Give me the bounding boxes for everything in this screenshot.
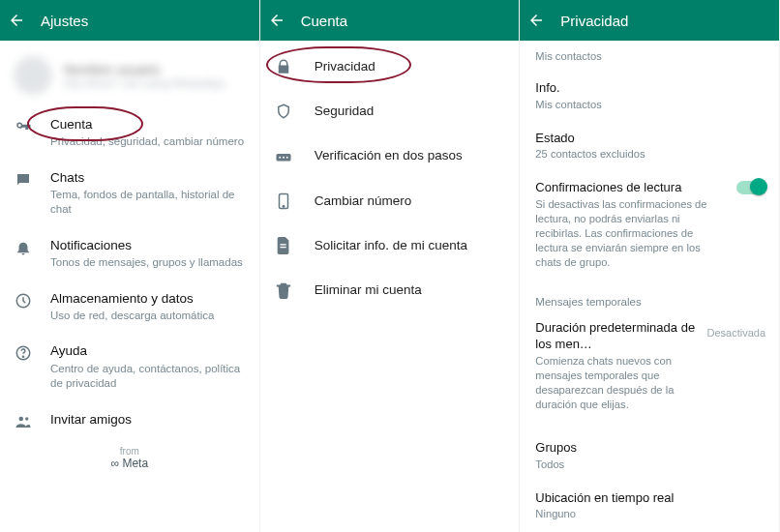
appbar-settings: Ajustes [0,0,259,41]
settings-column: Ajustes Nombre usuario Hey there! I am u… [0,0,260,532]
profile-row[interactable]: Nombre usuario Hey there! I am using Wha… [0,44,259,106]
account-item-label: Privacidad [315,58,375,75]
svg-point-7 [283,156,285,158]
shield-icon [274,103,293,120]
account-item-label: Verificación en dos pasos [315,147,463,164]
setting-sub: Privacidad, seguridad, cambiar número [50,134,246,150]
privacy-item-ephemeral[interactable]: Duración predeterminada de los men… Comi… [520,311,779,423]
settings-item-chats[interactable]: Chats Tema, fondos de pantalla, historia… [0,160,259,227]
privacy-sub: 25 contactos excluidos [535,147,764,162]
phone-icon [274,192,293,210]
lock-icon [274,58,293,75]
privacy-title: Duración predeterminada de los men… [535,319,702,353]
privacy-item-lastseen[interactable]: Mis contactos [520,44,779,72]
account-item-label: Cambiar número [315,192,412,210]
settings-item-invite[interactable]: Invitar amigos [0,401,259,440]
back-icon[interactable] [268,12,285,29]
setting-title: Ayuda [50,342,246,360]
profile-name: Nombre usuario [64,62,227,77]
footer-meta: from ∞ Meta [0,440,259,482]
account-item-request-info[interactable]: Solicitar info. de mi cuenta [260,223,520,268]
setting-title: Cuenta [50,116,246,133]
account-item-label: Eliminar mi cuenta [315,281,422,299]
bell-icon [14,237,33,256]
read-receipts-toggle[interactable] [736,181,765,194]
privacy-sub: Mis contactos [535,98,764,112]
svg-rect-11 [280,244,285,245]
settings-item-notifications[interactable]: Notificaciones Tonos de mensajes, grupos… [0,227,259,281]
svg-point-6 [279,156,281,158]
account-item-security[interactable]: Seguridad [260,89,520,133]
settings-item-storage[interactable]: Almacenamiento y datos Uso de red, desca… [0,281,259,334]
setting-title: Notificaciones [50,237,246,254]
appbar-title: Ajustes [41,13,88,29]
privacy-sub: Ninguno [535,507,764,521]
privacy-item-live-location[interactable]: Ubicación en tiempo real Ninguno [520,482,779,532]
back-icon[interactable] [527,12,545,29]
data-icon [14,290,33,310]
svg-point-8 [285,156,287,158]
account-item-delete[interactable]: Eliminar mi cuenta [260,268,520,312]
trash-icon [274,281,293,299]
appbar-title: Cuenta [301,13,347,29]
footer-from: from [0,446,259,457]
meta-logo-icon: ∞ [111,457,123,470]
svg-point-2 [22,357,23,358]
setting-sub: Centro de ayuda, contáctanos, política d… [50,362,246,392]
setting-title: Invitar amigos [50,411,246,429]
svg-point-10 [283,205,285,207]
setting-sub: Tema, fondos de pantalla, historial de c… [50,188,246,218]
back-icon[interactable] [8,12,25,29]
key-icon [14,116,33,135]
privacy-title: Estado [535,130,764,147]
account-column: Cuenta Privacidad Seguridad Verificación… [260,0,521,532]
account-item-label: Solicitar info. de mi cuenta [315,237,467,254]
privacy-item-groups[interactable]: Grupos Todos [520,431,779,482]
privacy-sub: Comienza chats nuevos con mensajes tempo… [535,354,702,412]
account-item-change-number[interactable]: Cambiar número [260,179,520,223]
privacy-sub: Si desactivas las confirmaciones de lect… [535,197,725,271]
account-item-2step[interactable]: Verificación en dos pasos [260,133,520,178]
appbar-account: Cuenta [260,0,520,41]
svg-point-3 [19,416,24,421]
section-header-ephemeral: Mensajes temporales [520,281,779,311]
privacy-column: Privacidad Mis contactos Info. Mis conta… [520,0,780,532]
privacy-sub: Todos [535,458,764,472]
help-icon [14,342,33,362]
profile-status: Hey there! I am using WhatsApp. [64,77,227,89]
account-item-privacy[interactable]: Privacidad [260,44,520,89]
privacy-sub: Mis contactos [535,49,764,64]
privacy-title: Confirmaciones de lectura [535,179,725,196]
privacy-title: Info. [535,79,764,97]
settings-item-help[interactable]: Ayuda Centro de ayuda, contáctanos, polí… [0,333,259,400]
privacy-title: Ubicación en tiempo real [535,489,764,507]
privacy-item-status[interactable]: Estado 25 contactos excluidos [520,122,779,172]
account-item-label: Seguridad [315,103,375,120]
privacy-item-info[interactable]: Info. Mis contactos [520,72,779,122]
privacy-item-read-receipts[interactable]: Confirmaciones de lectura Si desactivas … [520,171,779,280]
settings-item-account[interactable]: Cuenta Privacidad, seguridad, cambiar nú… [0,106,259,160]
invite-icon [14,411,33,430]
setting-title: Almacenamiento y datos [50,290,246,308]
appbar-privacy: Privacidad [520,0,779,41]
footer-brand: Meta [122,457,148,470]
pin-icon [274,150,293,163]
setting-title: Chats [50,169,246,187]
avatar [14,56,52,95]
svg-point-4 [25,417,28,420]
privacy-title: Grupos [535,439,764,457]
svg-rect-12 [280,247,285,248]
setting-sub: Tonos de mensajes, grupos y llamadas [50,255,246,271]
setting-sub: Uso de red, descarga automática [50,309,246,324]
ephemeral-status: Desactivada [706,327,765,339]
doc-icon [274,237,293,254]
appbar-title: Privacidad [560,13,628,29]
chat-icon [14,169,33,189]
